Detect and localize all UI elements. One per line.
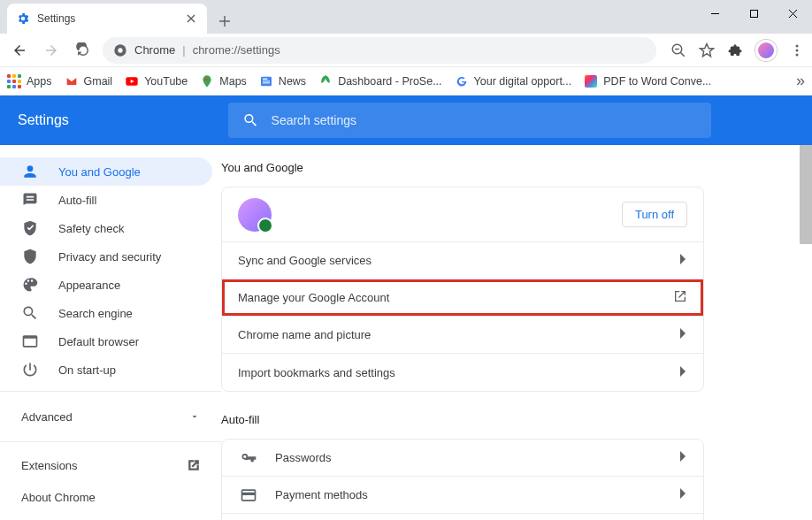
profile-row: Turn off	[222, 187, 703, 242]
window-controls	[695, 0, 812, 27]
profile-avatar-icon[interactable]	[755, 40, 777, 61]
row-passwords[interactable]: Passwords	[222, 440, 703, 477]
sidebar-extensions[interactable]: Extensions	[0, 449, 221, 481]
chevron-right-icon	[680, 328, 687, 341]
bookmarks-bar: Apps Gmail YouTube Maps News Dashboard -…	[0, 67, 812, 96]
external-link-icon	[673, 289, 687, 306]
row-chrome-name-picture[interactable]: Chrome name and picture	[222, 317, 703, 354]
bookmark-apps[interactable]: Apps	[7, 74, 52, 88]
svg-point-5	[796, 49, 799, 51]
sidebar-advanced[interactable]: Advanced	[0, 399, 221, 434]
svg-rect-12	[263, 82, 270, 83]
settings-sidebar: You and Google Auto-fill Safety check Pr…	[0, 145, 221, 520]
bookmark-gmail[interactable]: Gmail	[65, 74, 113, 88]
key-icon	[238, 449, 259, 467]
shield-icon	[21, 248, 39, 265]
sidebar-about-chrome[interactable]: About Chrome	[0, 481, 221, 513]
vertical-scrollbar[interactable]	[800, 145, 812, 520]
zoom-icon[interactable]	[670, 42, 686, 58]
sidebar-item-you-and-google[interactable]: You and Google	[0, 157, 212, 186]
svg-rect-10	[263, 78, 267, 79]
browser-tab[interactable]: Settings	[7, 4, 207, 34]
svg-rect-0	[750, 10, 757, 17]
apps-grid-icon	[7, 74, 21, 88]
minimize-button[interactable]	[695, 0, 734, 27]
row-import-bookmarks[interactable]: Import bookmarks and settings	[222, 354, 703, 391]
bookmark-star-icon[interactable]	[699, 42, 715, 58]
sidebar-item-search-engine[interactable]: Search engine	[0, 299, 212, 327]
leaf-icon	[318, 74, 333, 88]
bookmark-pdf[interactable]: PDF to Word Conve...	[584, 74, 711, 88]
section-autofill: Auto-fill Passwords Payment methods Addr…	[221, 413, 704, 520]
tab-title: Settings	[37, 12, 177, 25]
external-link-icon	[188, 459, 200, 471]
settings-search-input[interactable]	[272, 113, 697, 127]
bookmark-maps[interactable]: Maps	[200, 74, 247, 88]
window-titlebar: Settings	[0, 0, 812, 34]
settings-main-panel: You and Google Turn off Sync and Google …	[221, 145, 812, 520]
autofill-icon	[21, 191, 39, 209]
bookmark-news[interactable]: News	[259, 74, 306, 88]
omnibox[interactable]: Chrome | chrome://settings	[103, 37, 656, 64]
settings-content: You and Google Auto-fill Safety check Pr…	[0, 145, 812, 520]
power-icon	[21, 361, 39, 379]
turn-off-sync-button[interactable]: Turn off	[622, 202, 687, 227]
svg-point-6	[796, 53, 799, 56]
sidebar-item-safety-check[interactable]: Safety check	[0, 214, 212, 242]
maximize-button[interactable]	[734, 0, 773, 27]
sidebar-item-autofill[interactable]: Auto-fill	[0, 186, 212, 214]
chevron-right-icon	[680, 254, 687, 267]
bookmarks-overflow-icon[interactable]: »	[796, 72, 805, 90]
close-window-button[interactable]	[773, 0, 812, 27]
bookmark-youtube[interactable]: YouTube	[125, 74, 188, 88]
settings-title: Settings	[18, 112, 69, 128]
search-icon	[242, 111, 259, 129]
section-title-you-and-google: You and Google	[221, 161, 704, 174]
search-icon	[21, 304, 39, 322]
chevron-down-icon	[189, 411, 200, 422]
pdf-color-icon	[584, 74, 598, 88]
settings-search-box[interactable]	[228, 103, 711, 138]
google-g-icon	[455, 74, 469, 88]
sidebar-item-privacy-security[interactable]: Privacy and security	[0, 242, 212, 271]
card-autofill: Passwords Payment methods Addresses and …	[221, 439, 704, 520]
section-you-and-google: You and Google Turn off Sync and Google …	[221, 161, 704, 392]
youtube-icon	[125, 74, 139, 88]
back-button[interactable]	[7, 38, 32, 63]
bookmark-opport[interactable]: Your digital opport...	[455, 74, 572, 88]
credit-card-icon	[238, 486, 259, 504]
settings-app-header: Settings	[0, 96, 812, 145]
palette-icon	[21, 276, 39, 294]
forward-button[interactable]	[39, 38, 64, 63]
omnibox-scheme: Chrome	[134, 43, 175, 57]
row-addresses[interactable]: Addresses and more	[222, 514, 703, 520]
row-sync-services[interactable]: Sync and Google services	[222, 242, 703, 279]
sidebar-item-default-browser[interactable]: Default browser	[0, 327, 212, 356]
url-toolbar: Chrome | chrome://settings	[0, 34, 812, 67]
close-tab-icon[interactable]	[184, 11, 198, 26]
row-payment-methods[interactable]: Payment methods	[222, 477, 703, 514]
chevron-right-icon	[680, 451, 687, 464]
extensions-puzzle-icon[interactable]	[727, 42, 743, 58]
new-tab-button[interactable]	[212, 9, 237, 34]
maps-pin-icon	[200, 74, 214, 88]
settings-gear-icon	[16, 11, 30, 26]
chevron-right-icon	[680, 366, 687, 379]
svg-rect-11	[263, 80, 270, 81]
card-you-and-google: Turn off Sync and Google services Manage…	[221, 187, 704, 392]
svg-point-8	[206, 78, 209, 80]
reload-button[interactable]	[71, 38, 96, 63]
person-icon	[21, 163, 39, 180]
svg-point-2	[118, 48, 122, 52]
row-manage-google-account[interactable]: Manage your Google Account	[222, 279, 703, 317]
omnibox-url: chrome://settings	[193, 43, 280, 57]
bookmark-dashboard[interactable]: Dashboard - ProSe...	[318, 74, 441, 88]
news-icon	[259, 74, 273, 88]
sidebar-item-appearance[interactable]: Appearance	[0, 271, 212, 299]
chrome-menu-icon[interactable]	[789, 42, 805, 58]
profile-avatar-icon	[238, 198, 272, 232]
scrollbar-thumb[interactable]	[800, 145, 812, 244]
sidebar-item-on-startup[interactable]: On start-up	[0, 356, 212, 384]
shield-check-icon	[21, 219, 39, 237]
section-title-autofill: Auto-fill	[221, 413, 704, 426]
